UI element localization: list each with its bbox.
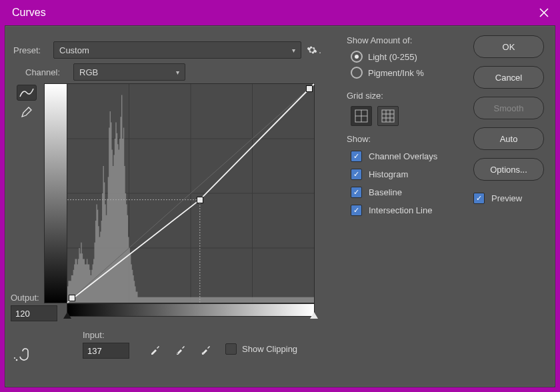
grid-coarse-button[interactable] <box>351 106 372 126</box>
preset-value: Custom <box>59 45 89 55</box>
show-option-label: Baseline <box>369 187 402 197</box>
preset-label: Preset: <box>13 45 53 55</box>
show-option-row: ✓Intersection Line <box>351 205 472 216</box>
options-button[interactable]: Options... <box>473 158 544 181</box>
black-point-slider[interactable] <box>63 312 71 319</box>
gray-eyedropper-icon[interactable] <box>172 341 189 358</box>
show-option-checkbox[interactable]: ✓ <box>351 187 362 198</box>
show-option-row: ✓Baseline <box>351 187 472 198</box>
svg-point-9 <box>16 359 18 361</box>
output-field[interactable]: 120 <box>11 305 57 321</box>
show-option-checkbox[interactable]: ✓ <box>351 169 362 180</box>
show-option-row: ✓Histogram <box>351 169 472 180</box>
show-clipping-row: Show Clipping <box>225 343 297 355</box>
white-eyedropper-icon[interactable] <box>197 341 215 358</box>
show-title: Show: <box>347 134 472 144</box>
output-gradient <box>44 83 69 303</box>
curve-handle-highlight[interactable] <box>306 85 313 92</box>
black-eyedropper-icon[interactable] <box>147 341 164 358</box>
grid-fine-button[interactable] <box>377 106 399 126</box>
pencil-tool-icon[interactable] <box>17 105 36 119</box>
titlebar: Curves <box>0 0 560 25</box>
grid-size-title: Grid size: <box>347 91 472 101</box>
window-title: Curves <box>12 7 46 19</box>
action-buttons: OK Cancel Smooth Auto Options... ✓ Previ… <box>473 35 544 204</box>
curve-tools <box>13 85 40 119</box>
dialog-panel: Preset: Custom ▾ . Channel: RGB ▾ <box>5 25 555 387</box>
white-point-slider[interactable] <box>310 312 318 319</box>
curve-handle-shadow[interactable] <box>69 295 75 301</box>
pigment-radio-row: Pigment/Ink % <box>351 67 472 79</box>
input-gradient <box>67 303 315 317</box>
curves-chart[interactable] <box>67 83 315 303</box>
light-radio-row: Light (0-255) <box>351 51 472 63</box>
eyedroppers <box>147 341 215 358</box>
show-option-row: ✓Channel Overlays <box>351 151 472 162</box>
curve-tool-icon[interactable] <box>17 85 37 101</box>
light-label: Light (0-255) <box>368 52 417 62</box>
show-option-label: Channel Overlays <box>369 151 437 161</box>
svg-point-12 <box>202 353 203 354</box>
pigment-label: Pigment/Ink % <box>368 68 424 78</box>
auto-button[interactable]: Auto <box>473 127 544 150</box>
channel-label: Channel: <box>25 67 73 77</box>
show-clipping-checkbox[interactable] <box>225 343 237 355</box>
pigment-radio[interactable] <box>351 67 363 79</box>
close-icon[interactable] <box>528 0 560 25</box>
curve-handle-mid[interactable] <box>197 197 203 203</box>
show-clipping-label: Show Clipping <box>242 344 297 354</box>
show-option-label: Histogram <box>369 169 408 179</box>
preset-select[interactable]: Custom ▾ <box>53 41 301 59</box>
display-options: Show Amount of: Light (0-255) Pigment/In… <box>344 31 472 223</box>
input-label: Input: <box>83 330 136 340</box>
channel-value: RGB <box>79 67 98 77</box>
channel-select[interactable]: RGB ▾ <box>73 63 185 81</box>
svg-rect-16 <box>382 110 394 122</box>
show-amount-title: Show Amount of: <box>347 35 472 45</box>
output-label: Output: <box>11 293 63 303</box>
preview-label: Preview <box>491 193 522 203</box>
chevron-down-icon: ▾ <box>176 69 179 76</box>
svg-point-10 <box>14 357 15 359</box>
show-option-checkbox[interactable]: ✓ <box>351 205 362 216</box>
output-group: Output: 120 <box>11 293 63 321</box>
cancel-button[interactable]: Cancel <box>473 66 544 89</box>
channel-row: Channel: RGB ▾ <box>25 63 185 81</box>
show-option-checkbox[interactable]: ✓ <box>351 151 362 162</box>
preview-row: ✓ Preview <box>473 193 544 204</box>
preview-checkbox[interactable]: ✓ <box>473 193 485 204</box>
show-option-label: Intersection Line <box>369 205 432 215</box>
ok-button[interactable]: OK <box>473 35 544 58</box>
smooth-button[interactable]: Smooth <box>473 97 544 119</box>
input-group: Input: 137 <box>83 330 136 359</box>
chevron-down-icon: ▾ <box>292 47 295 54</box>
input-field[interactable]: 137 <box>83 343 129 359</box>
svg-point-11 <box>177 353 178 354</box>
preset-row: Preset: Custom ▾ . <box>13 41 320 59</box>
targeted-adjust-icon[interactable] <box>13 349 31 367</box>
gear-icon[interactable]: . <box>308 44 320 56</box>
light-radio[interactable] <box>351 51 363 63</box>
